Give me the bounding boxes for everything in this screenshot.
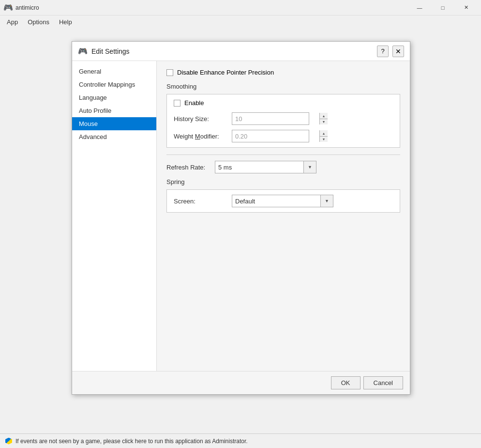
refresh-rate-row: Refresh Rate: 5 ms ▼ — [166, 161, 400, 173]
nav-item-auto-profile[interactable]: Auto Profile — [72, 104, 156, 117]
dialog-close-button[interactable]: ✕ — [392, 46, 404, 57]
menu-app[interactable]: App — [2, 17, 23, 27]
smoothing-section-label: Smoothing — [166, 83, 400, 90]
menu-options[interactable]: Options — [23, 17, 54, 27]
disable-pointer-precision-label: Disable Enhance Pointer Precision — [177, 69, 274, 76]
menu-bar: App Options Help — [0, 15, 481, 28]
title-bar: 🎮 antimicro — □ ✕ — [0, 0, 481, 15]
weight-modifier-spinbox: ▲ ▼ — [232, 130, 309, 142]
screen-dropdown-arrow: ▼ — [320, 195, 333, 207]
history-size-spinner-btns: ▲ ▼ — [319, 113, 328, 124]
dialog-title: Edit Settings — [91, 47, 377, 55]
smoothing-enable-checkbox[interactable] — [174, 100, 180, 107]
window-close-button[interactable]: ✕ — [455, 0, 477, 15]
maximize-button[interactable]: □ — [432, 0, 454, 15]
edit-settings-dialog: 🎮 Edit Settings ? ✕ General Controller M… — [72, 41, 410, 395]
history-size-label: History Size: — [174, 115, 232, 123]
status-bar[interactable]: If events are not seen by a game, please… — [0, 433, 481, 448]
smoothing-group: Enable History Size: ▲ ▼ Weight Mod — [166, 94, 400, 148]
menu-help[interactable]: Help — [54, 17, 77, 27]
refresh-rate-dropdown[interactable]: 5 ms ▼ — [215, 161, 316, 173]
dialog-titlebar: 🎮 Edit Settings ? ✕ — [72, 42, 410, 61]
spring-group: Screen: Default ▼ — [166, 189, 400, 213]
spring-section-label: Spring — [166, 178, 400, 185]
history-size-input[interactable] — [232, 113, 319, 124]
app-icon: 🎮 — [4, 3, 13, 12]
settings-content: Disable Enhance Pointer Precision Smooth… — [157, 61, 410, 371]
nav-item-advanced[interactable]: Advanced — [72, 130, 156, 143]
nav-item-mouse[interactable]: Mouse — [72, 117, 156, 130]
weight-modifier-input[interactable] — [232, 130, 319, 142]
dialog-footer: OK Cancel — [72, 371, 410, 394]
refresh-rate-label: Refresh Rate: — [166, 164, 215, 171]
nav-item-controller-mappings[interactable]: Controller Mappings — [72, 78, 156, 91]
history-size-spinbox: ▲ ▼ — [232, 112, 309, 125]
weight-modifier-down-button[interactable]: ▼ — [320, 136, 328, 142]
history-size-up-button[interactable]: ▲ — [320, 113, 328, 119]
weight-modifier-up-button[interactable]: ▲ — [320, 130, 328, 136]
refresh-rate-value: 5 ms — [215, 164, 303, 171]
screen-dropdown[interactable]: Default ▼ — [232, 195, 333, 207]
title-bar-text: antimicro — [15, 4, 408, 11]
settings-nav: General Controller Mappings Language Aut… — [72, 61, 157, 371]
minimize-button[interactable]: — — [408, 0, 431, 15]
screen-label: Screen: — [174, 198, 232, 205]
dialog-body: General Controller Mappings Language Aut… — [72, 61, 410, 371]
dialog-help-button[interactable]: ? — [377, 46, 389, 57]
shield-icon-container — [5, 437, 13, 445]
dialog-title-controls: ? ✕ — [377, 46, 404, 57]
smoothing-enable-row: Enable — [174, 99, 393, 107]
smoothing-enable-label: Enable — [184, 99, 204, 107]
nav-item-language[interactable]: Language — [72, 91, 156, 104]
weight-modifier-spinner-btns: ▲ ▼ — [319, 130, 328, 142]
disable-pointer-precision-row: Disable Enhance Pointer Precision — [166, 69, 400, 76]
history-size-row: History Size: ▲ ▼ — [174, 112, 393, 125]
cancel-button[interactable]: Cancel — [363, 376, 403, 389]
screen-value: Default — [232, 198, 320, 205]
screen-row: Screen: Default ▼ — [174, 195, 393, 207]
disable-pointer-precision-checkbox[interactable] — [166, 69, 173, 76]
refresh-rate-dropdown-arrow: ▼ — [303, 161, 316, 173]
ok-button[interactable]: OK — [331, 376, 361, 389]
dialog-icon: 🎮 — [78, 46, 88, 56]
nav-item-general[interactable]: General — [72, 65, 156, 78]
shield-icon — [5, 438, 12, 445]
weight-modifier-label: Weight Modifier: — [174, 133, 232, 140]
history-size-down-button[interactable]: ▼ — [320, 119, 328, 124]
separator-1 — [166, 154, 400, 155]
weight-modifier-row: Weight Modifier: ▲ ▼ — [174, 130, 393, 142]
title-bar-controls: — □ ✕ — [408, 0, 477, 15]
status-bar-message: If events are not seen by a game, please… — [15, 438, 248, 445]
